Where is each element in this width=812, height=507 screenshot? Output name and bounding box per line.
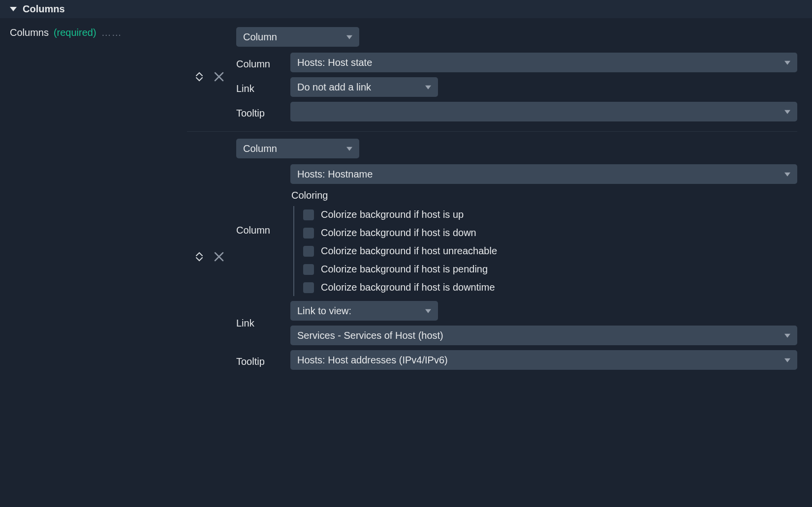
chevron-down-icon [425, 86, 431, 89]
link-value: Do not add a link [297, 82, 371, 93]
column-type-select[interactable]: Column [236, 139, 359, 158]
checkbox-icon [303, 209, 314, 220]
field-label-tooltip: Tooltip [236, 105, 290, 119]
tooltip-value-select[interactable]: Hosts: Host addresses (IPv4/IPv6) [290, 350, 797, 370]
coloring-label: Colorize background if host is pending [321, 264, 488, 275]
close-icon [214, 251, 224, 262]
column-type-select[interactable]: Column [236, 27, 359, 47]
chevron-down-icon [784, 173, 790, 177]
dots-icon: …… [101, 27, 122, 38]
coloring-options: Colorize background if host is up Colori… [293, 206, 797, 296]
column-value: Hosts: Host state [297, 57, 372, 68]
field-label-link: Link [236, 80, 290, 94]
column-value-select[interactable]: Hosts: Host state [290, 53, 797, 72]
panel-title: Columns [23, 3, 65, 15]
chevron-down-icon [784, 358, 790, 362]
coloring-checkbox-downtime[interactable]: Colorize background if host is downtime [303, 282, 797, 293]
checkbox-icon [303, 246, 314, 257]
column-type-value: Column [243, 143, 277, 154]
field-label-column: Column [236, 225, 290, 236]
coloring-label: Colorize background if host is up [321, 209, 464, 220]
required-badge: (required) [54, 27, 96, 38]
column-value: Hosts: Hostname [297, 169, 373, 180]
chevron-down-icon [784, 334, 790, 338]
field-label-tooltip: Tooltip [236, 353, 290, 367]
coloring-label: Colorize background if host unreachable [321, 245, 497, 257]
link-target-select[interactable]: Services - Services of Host (host) [290, 326, 797, 345]
delete-button[interactable] [214, 251, 224, 262]
collapse-triangle-icon [10, 7, 17, 11]
tooltip-value: Hosts: Host addresses (IPv4/IPv6) [297, 355, 448, 366]
coloring-label: Colorize background if host is downtime [321, 282, 495, 293]
link-mode-select[interactable]: Link to view: [290, 301, 438, 321]
reorder-handle[interactable] [196, 252, 203, 262]
checkbox-icon [303, 264, 314, 275]
tooltip-value-select[interactable] [290, 102, 797, 121]
link-target-value: Services - Services of Host (host) [297, 330, 443, 341]
checkbox-icon [303, 282, 314, 293]
chevron-down-icon [425, 309, 431, 313]
column-block: Column Column Hosts: Host state Link Do … [187, 27, 797, 131]
link-mode-value: Link to view: [297, 305, 351, 317]
coloring-heading: Coloring [290, 190, 797, 201]
column-type-value: Column [243, 31, 277, 43]
chevron-down-icon [784, 61, 790, 65]
field-label-link: Link [236, 318, 290, 329]
coloring-checkbox-unreachable[interactable]: Colorize background if host unreachable [303, 245, 797, 257]
section-label-text: Columns [10, 27, 49, 38]
chevron-down-icon [196, 77, 203, 82]
coloring-checkbox-down[interactable]: Colorize background if host is down [303, 227, 797, 239]
reorder-handle[interactable] [196, 72, 203, 82]
link-value-select[interactable]: Do not add a link [290, 77, 438, 97]
field-label-column: Column [236, 56, 290, 70]
coloring-checkbox-pending[interactable]: Colorize background if host is pending [303, 264, 797, 275]
checkbox-icon [303, 228, 314, 239]
delete-button[interactable] [214, 71, 224, 82]
chevron-up-icon [196, 72, 203, 76]
column-value-select[interactable]: Hosts: Hostname [290, 164, 797, 184]
panel-header[interactable]: Columns [0, 0, 812, 18]
coloring-checkbox-up[interactable]: Colorize background if host is up [303, 209, 797, 220]
section-label: Columns (required) …… [10, 27, 187, 38]
chevron-down-icon [784, 110, 790, 114]
chevron-down-icon [346, 147, 352, 151]
chevron-down-icon [196, 257, 203, 262]
column-block: Column Column Hosts: Hostname Coloring [187, 131, 797, 380]
chevron-down-icon [346, 35, 352, 39]
coloring-label: Colorize background if host is down [321, 227, 476, 239]
chevron-up-icon [196, 252, 203, 256]
close-icon [214, 71, 224, 82]
